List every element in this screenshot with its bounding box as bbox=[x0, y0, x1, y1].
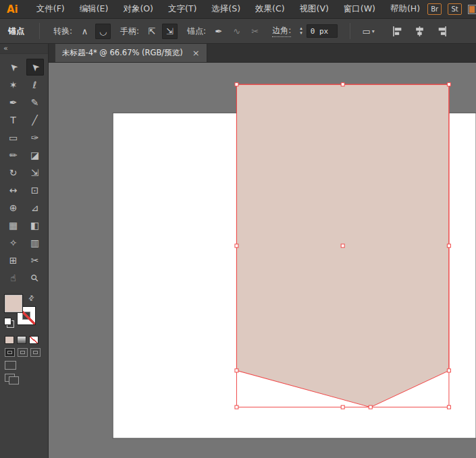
menu-window[interactable]: 窗口(W) bbox=[336, 3, 383, 15]
menu-bar: Ai 文件(F)编辑(E)对象(O)文字(T)选择(S)效果(C)视图(V)窗口… bbox=[0, 0, 476, 19]
document-tab-strip: 未标题-4* @ 66.67% (RGB/预览) × bbox=[49, 44, 476, 63]
chevron-down-icon: ▾ bbox=[372, 28, 375, 34]
hide-handles-button[interactable]: ⇲ bbox=[162, 24, 178, 39]
curvature-tool[interactable]: ✎ bbox=[26, 94, 44, 111]
bridge-button[interactable]: Br bbox=[427, 3, 442, 15]
column-graph-tool[interactable]: ▥ bbox=[26, 234, 44, 251]
document-tab[interactable]: 未标题-4* @ 66.67% (RGB/预览) × bbox=[55, 44, 207, 62]
column-graph-icon: ▥ bbox=[30, 238, 39, 248]
rectangle-tool[interactable]: ▭ bbox=[5, 129, 22, 146]
gradient-mode-button[interactable] bbox=[17, 336, 26, 344]
color-mode-button[interactable] bbox=[5, 336, 14, 344]
draw-normal-mode-button[interactable] bbox=[5, 348, 15, 357]
perspective-grid-icon: ⊿ bbox=[31, 203, 39, 212]
app-logo[interactable]: Ai bbox=[7, 3, 18, 16]
menu-edit[interactable]: 编辑(E) bbox=[72, 3, 116, 15]
width-tool[interactable]: ↔ bbox=[5, 181, 22, 198]
align-horizontal-left-button[interactable] bbox=[390, 24, 405, 39]
scale-icon: ⇲ bbox=[31, 168, 39, 177]
menu-type[interactable]: 文字(T) bbox=[161, 3, 204, 15]
selection-handle[interactable] bbox=[341, 405, 344, 409]
fill-swatch[interactable] bbox=[4, 294, 23, 313]
panel-title: 锚点 bbox=[8, 26, 24, 37]
cut-path-button[interactable]: ✂ bbox=[247, 24, 263, 39]
selection-handle[interactable] bbox=[369, 405, 372, 409]
workspace: 未标题-4* @ 66.67% (RGB/预览) × bbox=[49, 44, 476, 458]
convert-label: 转换: bbox=[53, 26, 72, 37]
align-horizontal-center-button[interactable] bbox=[412, 24, 427, 39]
selection-icon: ➤ bbox=[7, 61, 19, 73]
canvas-area[interactable] bbox=[49, 63, 476, 458]
slice-tool[interactable]: ✂ bbox=[26, 252, 44, 268]
menu-effect[interactable]: 效果(C) bbox=[248, 3, 292, 15]
magic-wand-tool[interactable]: ✶ bbox=[5, 76, 22, 93]
pen-tool[interactable]: ✒ bbox=[5, 94, 22, 111]
convert-to-smooth-button[interactable]: ◡ bbox=[95, 24, 111, 39]
stock-button[interactable]: St bbox=[448, 3, 462, 15]
mesh-tool[interactable]: ▦ bbox=[5, 217, 22, 233]
shaper-icon: ✏ bbox=[9, 150, 18, 160]
corner-stepper[interactable]: ▴ ▾ bbox=[300, 26, 302, 36]
shape-builder-icon: ⊕ bbox=[9, 203, 18, 212]
menu-help[interactable]: 帮助(H) bbox=[383, 3, 427, 15]
pen-icon: ✒ bbox=[9, 98, 18, 107]
shape-options-icon: ▭ bbox=[363, 26, 371, 36]
menu-view[interactable]: 视图(V) bbox=[292, 3, 336, 15]
selection-handle[interactable] bbox=[235, 405, 238, 409]
lasso-icon: ℓ bbox=[33, 80, 37, 90]
curvature-icon: ✎ bbox=[31, 98, 39, 107]
direct-selection-tool[interactable]: ➤ bbox=[26, 59, 44, 76]
hand-icon: ☝ bbox=[10, 273, 16, 283]
type-tool[interactable]: T bbox=[5, 111, 22, 128]
selection-handle[interactable] bbox=[341, 83, 344, 86]
swap-fill-stroke-icon[interactable]: ⇄ bbox=[26, 293, 36, 303]
close-tab-icon[interactable]: × bbox=[192, 48, 200, 58]
zoom-tool[interactable]: ⚲ bbox=[26, 269, 44, 286]
selection-handle[interactable] bbox=[235, 244, 238, 248]
selection-handle[interactable] bbox=[235, 83, 238, 86]
draw-inside-mode-button[interactable] bbox=[30, 348, 41, 357]
scale-tool[interactable]: ⇲ bbox=[26, 164, 44, 181]
menu-file[interactable]: 文件(F) bbox=[29, 3, 72, 15]
selection-handle[interactable] bbox=[235, 369, 238, 372]
menu-object[interactable]: 对象(O) bbox=[115, 3, 161, 15]
selection-handle[interactable] bbox=[341, 244, 344, 248]
screen-mode-button[interactable] bbox=[5, 361, 16, 370]
paintbrush-tool[interactable]: ✑ bbox=[26, 129, 44, 146]
align-horizontal-right-button[interactable] bbox=[434, 24, 450, 39]
draw-behind-mode-button[interactable] bbox=[18, 348, 28, 357]
corner-label[interactable]: 边角: bbox=[272, 25, 291, 37]
change-screen-mode-icon[interactable] bbox=[5, 374, 18, 384]
collapse-panel-button[interactable]: « bbox=[0, 44, 48, 54]
gradient-tool[interactable]: ◧ bbox=[26, 217, 44, 233]
shaper-tool[interactable]: ✏ bbox=[5, 146, 22, 163]
selection-tool[interactable]: ➤ bbox=[5, 59, 22, 76]
none-mode-button[interactable] bbox=[29, 336, 38, 344]
show-handles-icon: ⇱ bbox=[148, 26, 155, 36]
workspace-switcher-icon[interactable] bbox=[468, 5, 476, 14]
remove-anchor-button[interactable]: ✒ bbox=[211, 24, 226, 39]
eraser-tool[interactable]: ◪ bbox=[26, 146, 44, 163]
selection-handle[interactable] bbox=[447, 244, 450, 248]
convert-to-corner-button[interactable]: ∧ bbox=[77, 24, 92, 39]
shape-options-button[interactable]: ▭ ▾ bbox=[357, 24, 380, 39]
corner-radius-input[interactable] bbox=[307, 24, 338, 38]
selection-handle[interactable] bbox=[447, 405, 450, 409]
selection-handle[interactable] bbox=[447, 83, 450, 86]
perspective-grid-tool[interactable]: ⊿ bbox=[26, 199, 44, 216]
shape-builder-tool[interactable]: ⊕ bbox=[5, 199, 22, 216]
line-segment-tool[interactable]: ╱ bbox=[26, 111, 44, 128]
selection-handle[interactable] bbox=[447, 369, 450, 372]
menu-select[interactable]: 选择(S) bbox=[204, 3, 248, 15]
show-handles-button[interactable]: ⇱ bbox=[144, 24, 159, 39]
free-transform-tool[interactable]: ⊡ bbox=[26, 181, 44, 198]
gradient-icon: ◧ bbox=[30, 221, 39, 230]
eyedropper-tool[interactable]: ✧ bbox=[5, 234, 22, 251]
lasso-tool[interactable]: ℓ bbox=[26, 76, 44, 93]
connect-anchors-button[interactable]: ∿ bbox=[229, 24, 244, 39]
default-fill-stroke-icon[interactable] bbox=[4, 318, 14, 328]
rotate-tool[interactable]: ↻ bbox=[5, 164, 22, 181]
hand-tool[interactable]: ☝ bbox=[5, 269, 22, 286]
artboard-tool[interactable]: ⊞ bbox=[5, 252, 22, 268]
drawing-mode-row bbox=[0, 348, 48, 357]
